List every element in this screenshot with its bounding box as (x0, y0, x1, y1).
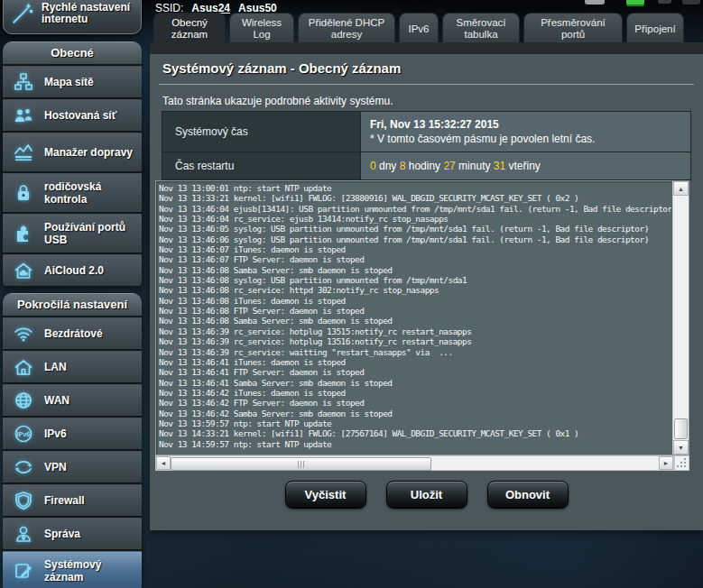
sidebar-item-label: LAN (44, 361, 67, 373)
row-label: Systémový čas (162, 112, 361, 152)
scroll-left-button[interactable]: ◄ (156, 456, 171, 470)
guest-network-icon (11, 103, 36, 128)
action-buttons: Vyčistit Uložit Obnovit (150, 481, 703, 509)
sidebar-item-firewall[interactable]: Firewall (3, 484, 142, 518)
sidebar-item-label: Bezdrátové (44, 327, 103, 340)
parental-controls-icon (11, 180, 36, 206)
content-panel: Systémový záznam - Obecný záznam Tato st… (150, 42, 703, 530)
sidebar-item-wireless[interactable]: Bezdrátové (3, 317, 142, 351)
sidebar-item-label: Používání portů USB (44, 221, 138, 246)
system-info-table: Systémový čas Fri, Nov 13 15:32:27 2015 … (162, 111, 691, 180)
sidebar-item-administration[interactable]: Správa (3, 518, 142, 551)
tab-dhcp-leases[interactable]: Přidělené DHCP adresy (298, 13, 395, 42)
tab-label: Směrovací tabulka (447, 17, 515, 41)
refresh-button[interactable]: Obnovit (487, 481, 569, 509)
administration-icon (11, 521, 36, 547)
aicloud-icon (11, 258, 36, 283)
tab-wireless-log[interactable]: Wireless Log (229, 13, 294, 42)
sidebar-item-label: Manažer dopravy (44, 146, 133, 159)
dst-note: * V tomto časovém pásmu je povolen letní… (370, 133, 681, 145)
save-button[interactable]: Uložit (386, 481, 467, 509)
system-time-value: Fri, Nov 13 15:32:27 2015 (370, 118, 681, 131)
tab-label: Přidělené DHCP adresy (302, 17, 391, 41)
network-map-icon (11, 69, 36, 95)
tab-label: Přesměrování portů (528, 17, 618, 41)
quick-setup-label: Rychlé nastavení internetu (42, 2, 135, 25)
sidebar-item-label: Hostovaná síť (44, 109, 116, 122)
sidebar-item-label: VPN (44, 461, 67, 473)
toolbar-icon-partial-3[interactable] (682, 0, 700, 5)
tab-routing-table[interactable]: Směrovací tabulka (442, 13, 520, 42)
wireless-icon (11, 321, 36, 346)
h-scroll-thumb[interactable] (171, 457, 431, 471)
title-divider (159, 84, 694, 85)
scrollbar-corner (674, 455, 689, 471)
vpn-icon (11, 455, 36, 480)
sidebar-item-label: Mapa sítě (44, 76, 94, 88)
row-value: 0 dny 8 hodiny 27 minuty 31 vteřiny (361, 152, 690, 179)
sidebar-item-aicloud[interactable]: AiCloud 2.0 (3, 254, 142, 286)
toolbar-icon-partial-2[interactable] (658, 0, 671, 4)
tab-ipv6[interactable]: IPv6 (399, 13, 439, 42)
sidebar-item-vpn[interactable]: VPN (3, 451, 142, 484)
sidebar-item-label: Systémový záznam (44, 558, 138, 583)
sidebar-item-traffic-manager[interactable]: Manažer dopravy (3, 133, 142, 173)
resize-grip[interactable] (684, 465, 686, 467)
toolbar-icon-partial-1[interactable] (585, 0, 605, 5)
svg-text:IPv6: IPv6 (17, 431, 31, 437)
lan-icon (11, 354, 36, 380)
sidebar-item-label: IPv6 (44, 427, 67, 440)
sidebar-item-guest-network[interactable]: Hostovaná síť (3, 99, 142, 133)
table-row-uptime: Čas restartu 0 dny 8 hodiny 27 minuty 31… (162, 152, 690, 179)
tab-label: Připojení (634, 23, 675, 35)
internet-status-icon[interactable] (626, 0, 644, 6)
tab-label: IPv6 (408, 23, 429, 35)
sidebar-section-title: Obecné (3, 41, 142, 66)
uptime-value: 0 dny 8 hodiny 27 minuty 31 vteřiny (370, 160, 681, 172)
traffic-manager-icon (11, 140, 36, 165)
sidebar-item-system-log[interactable]: Systémový záznam (3, 551, 142, 588)
tab-connections[interactable]: Připojení (626, 13, 684, 42)
router-admin-page: SSID: Asus24 Asus50 Obecný záznam Wirele… (0, 0, 703, 588)
sidebar-section-title: Pokročilá nastavení (3, 293, 142, 317)
sidebar-item-label: WAN (44, 394, 69, 407)
magic-wand-icon (9, 1, 34, 26)
sidebar-item-parental-controls[interactable]: rodičovská kontrola (3, 173, 142, 214)
usb-app-icon (11, 221, 36, 246)
tab-strip (150, 42, 703, 54)
scroll-right-button[interactable]: ► (659, 456, 673, 470)
clear-button[interactable]: Vyčistit (285, 481, 366, 509)
scroll-down-button[interactable]: ▼ (673, 440, 689, 455)
system-log-icon (11, 558, 36, 583)
sidebar-item-label: Správa (44, 528, 80, 540)
sidebar-item-ipv6[interactable]: IPv6 IPv6 (3, 418, 142, 451)
system-log-textarea[interactable]: Nov 13 13:00:01 ntp: start NTP update No… (155, 180, 689, 455)
quick-internet-setup-button[interactable]: Rychlé nastavení internetu (3, 0, 142, 34)
sidebar-section-general: Obecné Mapa sítě Hostovaná síť Manažer d… (3, 41, 142, 286)
row-value: Fri, Nov 13 15:32:27 2015 * V tomto časo… (361, 112, 690, 152)
h-scrollbar[interactable]: ◄ ► (155, 455, 674, 471)
sidebar-item-wan[interactable]: WAN (3, 384, 142, 418)
sidebar-item-label: Firewall (44, 494, 85, 507)
tab-label: Wireless Log (234, 17, 290, 41)
sidebar-item-lan[interactable]: LAN (3, 351, 142, 384)
sidebar-item-usb-application[interactable]: Používání portů USB (3, 214, 142, 254)
tab-port-forwarding[interactable]: Přesměrování portů (523, 13, 623, 42)
scroll-up-button[interactable]: ▲ (673, 181, 689, 196)
sidebar-section-advanced: Pokročilá nastavení Bezdrátové LAN WAN (3, 293, 142, 588)
v-scroll-thumb[interactable] (674, 418, 688, 439)
page-description: Tato stránka ukazuje podrobné aktivity s… (162, 95, 393, 107)
sidebar-item-network-map[interactable]: Mapa sítě (3, 66, 142, 99)
tab-general-log[interactable]: Obecný záznam (153, 13, 226, 42)
v-scrollbar[interactable]: ▲ ▼ (672, 181, 689, 455)
sidebar: Rychlé nastavení internetu Obecné Mapa s… (3, 0, 142, 588)
sidebar-item-label: rodičovská kontrola (44, 180, 138, 206)
firewall-icon (11, 488, 36, 513)
page-title: Systémový záznam - Obecný záznam (162, 60, 401, 76)
tab-label: Obecný záznam (158, 17, 221, 41)
system-log-text: Nov 13 13:00:01 ntp: start NTP update No… (159, 183, 671, 453)
table-row-system-time: Systémový čas Fri, Nov 13 15:32:27 2015 … (162, 112, 690, 152)
row-label: Čas restartu (162, 152, 361, 179)
sidebar-item-label: AiCloud 2.0 (44, 264, 104, 277)
thumb-grip (301, 461, 301, 468)
